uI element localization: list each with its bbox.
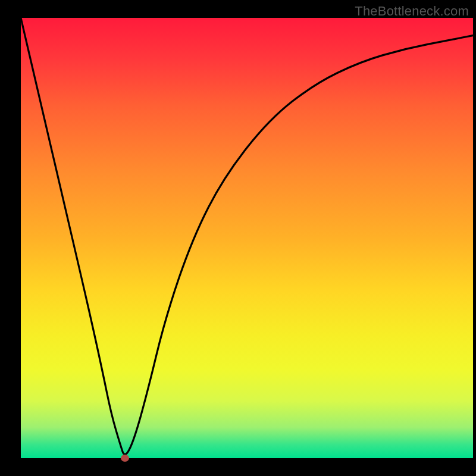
- bottleneck-curve: [21, 18, 473, 455]
- curve-svg: [21, 18, 473, 458]
- optimum-marker: [121, 455, 129, 462]
- watermark-label: TheBottleneck.com: [355, 4, 469, 19]
- plot-area: [21, 18, 473, 458]
- chart-frame: TheBottleneck.com: [0, 0, 476, 476]
